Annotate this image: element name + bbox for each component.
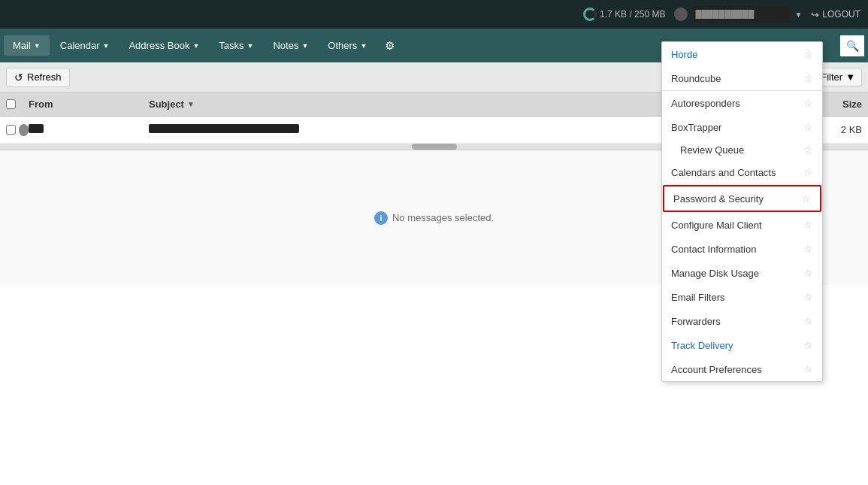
passwordsecurity-star-icon[interactable]: ☆: [801, 192, 811, 205]
menu-item-roundcube[interactable]: Roundcube ☆: [662, 66, 822, 90]
nav-tasks-label: Tasks: [219, 40, 243, 51]
nav-others-caret: ▼: [360, 42, 367, 50]
sort-icon[interactable]: ▼: [187, 100, 195, 108]
menu-item-contactinformation[interactable]: Contact Information ☆: [662, 237, 822, 261]
menu-item-emailfilters[interactable]: Email Filters ☆: [662, 285, 822, 309]
menu-item-boxtrapper[interactable]: BoxTrapper ☆: [662, 115, 822, 139]
menu-item-autoresponders[interactable]: Autoresponders ☆: [662, 91, 822, 115]
nav-addressbook-caret: ▼: [192, 42, 199, 50]
menu-item-passwordsecurity[interactable]: Password & Security ☆: [663, 185, 821, 212]
emailfilters-star-icon[interactable]: ☆: [803, 291, 813, 303]
avatar: [19, 124, 29, 136]
disk-usage: 1.7 KB / 250 MB: [583, 8, 665, 21]
logout-icon: ↪: [811, 9, 819, 20]
refresh-icon: ↺: [14, 71, 23, 83]
disk-icon: [583, 8, 597, 21]
menu-managediskusage-label: Manage Disk Usage: [671, 268, 803, 279]
configuremailclient-star-icon[interactable]: ☆: [803, 219, 813, 231]
nav-others-label: Others: [328, 40, 357, 51]
menu-contactinformation-label: Contact Information: [671, 244, 803, 255]
accountpreferences-star-icon[interactable]: ☆: [803, 363, 813, 375]
nav-notes-caret: ▼: [301, 42, 308, 50]
nav-search-button[interactable]: 🔍: [840, 35, 864, 56]
boxtrapper-star-icon[interactable]: ☆: [803, 121, 813, 133]
menu-accountpreferences-label: Account Preferences: [671, 364, 803, 375]
nav-addressbook[interactable]: Address Book ▼: [119, 35, 208, 56]
menu-emailfilters-label: Email Filters: [671, 292, 803, 303]
nav-tasks-caret: ▼: [247, 42, 254, 50]
nav-gear-button[interactable]: ⚙: [377, 35, 402, 57]
nav-notes[interactable]: Notes ▼: [264, 35, 317, 56]
logout-label: LOGOUT: [822, 9, 860, 20]
menu-configuremailclient-label: Configure Mail Client: [671, 220, 803, 231]
menu-horde-label: Horde: [671, 49, 803, 60]
nav-notes-label: Notes: [273, 40, 298, 51]
menu-trackdelivery-label: Track Delivery: [671, 340, 803, 351]
filter-caret-icon: ▼: [845, 71, 855, 83]
nav-others[interactable]: Others ▼: [319, 35, 376, 56]
menu-autoresponders-label: Autoresponders: [671, 98, 803, 109]
reviewqueue-star-icon[interactable]: ☆: [803, 144, 813, 156]
menu-roundcube-label: Roundcube: [671, 73, 803, 84]
no-selection-text: No messages selected.: [392, 212, 494, 223]
menu-calendarscontacts-label: Calendars and Contacts: [671, 167, 803, 178]
user-area: ▼: [674, 6, 802, 23]
menu-item-configuremailclient[interactable]: Configure Mail Client ☆: [662, 213, 822, 237]
nav-mail[interactable]: Mail ▼: [4, 35, 50, 56]
nav-tasks[interactable]: Tasks ▼: [210, 35, 262, 56]
nav-calendar[interactable]: Calendar ▼: [51, 35, 119, 56]
autoresponders-star-icon[interactable]: ☆: [803, 97, 813, 109]
menu-item-calendarscontacts[interactable]: Calendars and Contacts ☆: [662, 160, 822, 184]
header-subject-label: Subject: [149, 99, 184, 110]
dropdown-menu: Horde ☆ Roundcube ☆ Autoresponders ☆ Box…: [661, 41, 823, 382]
contactinformation-star-icon[interactable]: ☆: [803, 243, 813, 255]
managediskusage-star-icon[interactable]: ☆: [803, 267, 813, 279]
menu-boxtrapper-label: BoxTrapper: [671, 122, 803, 133]
header-check: [6, 99, 29, 109]
menu-reviewqueue-label: Review Queue: [680, 144, 744, 156]
nav-mail-caret: ▼: [34, 42, 41, 50]
top-bar: 1.7 KB / 250 MB ▼ ↪ LOGOUT: [0, 0, 868, 29]
menu-forwarders-label: Forwarders: [671, 316, 803, 327]
logout-button[interactable]: ↪ LOGOUT: [811, 9, 860, 20]
username-field[interactable]: [692, 6, 790, 23]
nav-mail-label: Mail: [13, 40, 31, 51]
nav-calendar-label: Calendar: [60, 40, 100, 51]
refresh-button[interactable]: ↺ Refresh: [6, 68, 70, 87]
search-icon: 🔍: [846, 40, 859, 52]
scroll-thumb[interactable]: [412, 144, 457, 150]
menu-item-managediskusage[interactable]: Manage Disk Usage ☆: [662, 261, 822, 285]
header-from: From: [29, 99, 149, 110]
refresh-label: Refresh: [27, 71, 62, 83]
nav-addressbook-label: Address Book: [129, 40, 189, 51]
select-all-checkbox[interactable]: [6, 99, 16, 109]
forwarders-star-icon[interactable]: ☆: [803, 315, 813, 327]
menu-item-accountpreferences[interactable]: Account Preferences ☆: [662, 357, 822, 381]
top-bar-info: 1.7 KB / 250 MB ▼ ↪ LOGOUT: [583, 6, 860, 23]
calendarscontacts-star-icon[interactable]: ☆: [803, 166, 813, 178]
row-checkbox[interactable]: [6, 125, 16, 135]
user-icon: [674, 8, 688, 21]
disk-usage-text: 1.7 KB / 250 MB: [600, 9, 665, 20]
nav-calendar-caret: ▼: [103, 42, 110, 50]
trackdelivery-star-icon[interactable]: ☆: [803, 339, 813, 351]
filter-label: Filter: [821, 71, 842, 83]
row-check: [6, 124, 29, 136]
redacted-from: [29, 124, 44, 133]
menu-item-horde[interactable]: Horde ☆: [662, 42, 822, 66]
info-icon: i: [374, 211, 388, 225]
menu-section-1: Roundcube ☆: [662, 66, 822, 91]
roundcube-star-icon[interactable]: ☆: [803, 72, 813, 84]
user-dropdown-arrow[interactable]: ▼: [794, 11, 802, 19]
menu-item-forwarders[interactable]: Forwarders ☆: [662, 309, 822, 333]
menu-passwordsecurity-label: Password & Security: [673, 193, 801, 205]
menu-item-reviewqueue[interactable]: Review Queue ☆: [662, 139, 822, 160]
menu-item-trackdelivery[interactable]: Track Delivery ☆: [662, 333, 822, 357]
horde-star-icon[interactable]: ☆: [803, 48, 813, 60]
row-from: [29, 124, 149, 135]
redacted-subject: [149, 124, 299, 133]
